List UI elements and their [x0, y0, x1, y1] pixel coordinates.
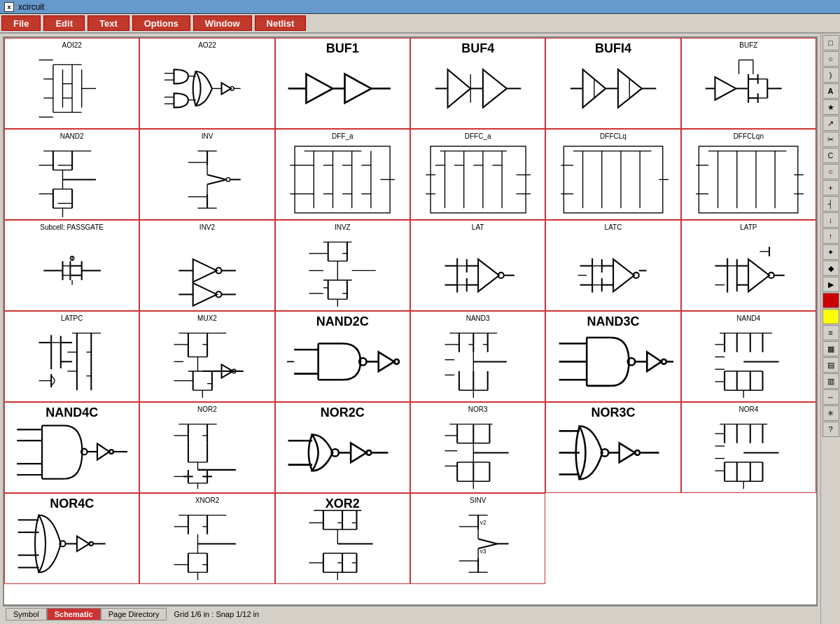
circuit-nor4c: [12, 506, 132, 582]
cell-nand3[interactable]: NAND3: [410, 311, 545, 402]
cell-nor3[interactable]: NOR3: [410, 402, 545, 493]
menu-options[interactable]: Options: [132, 15, 190, 31]
cell-lat[interactable]: LAT: [410, 220, 545, 311]
tab-schematic[interactable]: Schematic: [47, 608, 101, 620]
cell-label-nand2: NAND2: [60, 132, 84, 140]
circuit-lat: [418, 233, 538, 309]
menu-window[interactable]: Window: [193, 15, 252, 31]
cell-inv[interactable]: INV: [139, 129, 274, 220]
tb-play[interactable]: ▶: [822, 277, 839, 292]
tb-arc[interactable]: ): [822, 67, 839, 83]
cell-dffc-a[interactable]: DFFC_a: [410, 129, 545, 220]
circuit-nand2c: [282, 324, 402, 400]
cell-nand2[interactable]: NAND2: [4, 129, 139, 220]
tb-cross[interactable]: +: [822, 180, 839, 195]
menu-text[interactable]: Text: [88, 15, 130, 31]
cell-buf1[interactable]: BUF1: [275, 38, 410, 129]
cell-nor3c[interactable]: NOR3C: [545, 402, 680, 493]
cell-bufz[interactable]: BUFZ: [681, 38, 816, 129]
tb-oval[interactable]: ○: [822, 164, 839, 179]
tb-arrow[interactable]: ↗: [822, 116, 839, 131]
tb-copy-icon[interactable]: C: [822, 148, 839, 163]
tab-page-directory[interactable]: Page Directory: [101, 608, 167, 620]
circuit-nor2c: [282, 415, 402, 491]
menu-netlist[interactable]: Netlist: [255, 15, 307, 31]
cell-buf4[interactable]: BUF4: [410, 38, 545, 129]
tb-swap[interactable]: ↔: [822, 389, 839, 405]
cell-ao22[interactable]: AO22: [139, 38, 274, 129]
svg-line-424: [478, 539, 497, 543]
cell-nand3c[interactable]: NAND3C: [545, 311, 680, 402]
cell-sinv[interactable]: SINV v2 v3: [410, 493, 545, 584]
cell-latpc[interactable]: LATPC: [4, 311, 139, 402]
cell-nand4c[interactable]: NAND4C: [4, 402, 139, 493]
svg-point-81: [226, 177, 230, 181]
cell-dff-a[interactable]: DFF_a: [275, 129, 410, 220]
tb-yellow[interactable]: [822, 309, 839, 324]
cell-nor4[interactable]: NOR4: [681, 402, 816, 493]
tab-symbol[interactable]: Symbol: [6, 608, 47, 620]
cell-label-mux2: MUX2: [197, 314, 217, 322]
tb-wire-end[interactable]: ┤: [822, 196, 839, 212]
app-title: xcircuit: [18, 2, 44, 12]
cell-label-xor2: XOR2: [326, 497, 360, 511]
cell-nand4[interactable]: NAND4: [681, 311, 816, 402]
circuit-dffclqn: [688, 141, 808, 218]
cell-nor2[interactable]: NOR2: [139, 402, 274, 493]
tb-text[interactable]: A: [822, 83, 839, 99]
menu-bar: File Edit Text Options Window Netlist: [0, 14, 840, 34]
svg-line-80: [207, 179, 226, 184]
svg-rect-114: [564, 146, 662, 212]
circuit-nand4: [688, 324, 808, 400]
cell-label-nand3: NAND3: [466, 314, 490, 322]
circuit-nand3c: [553, 324, 673, 400]
cell-bufi4[interactable]: BUFI4: [545, 38, 680, 129]
circuit-dffc-a: [418, 141, 538, 218]
tb-red[interactable]: [822, 293, 839, 308]
cell-label-nor4c: NOR4C: [50, 497, 94, 511]
tb-cut[interactable]: ✂: [822, 132, 839, 147]
circuit-nand4c: [12, 415, 132, 491]
cell-label-lat: LAT: [472, 223, 484, 231]
tb-vhatch[interactable]: ▥: [822, 373, 839, 389]
svg-point-325: [367, 450, 372, 455]
tb-select[interactable]: □: [822, 35, 839, 50]
cell-dffclqn[interactable]: DFFCLqn: [681, 129, 816, 220]
cell-invz[interactable]: INVZ: [275, 220, 410, 311]
tb-asterisk[interactable]: ✳: [822, 405, 839, 421]
tb-help[interactable]: ?: [822, 422, 839, 437]
cell-nor4c[interactable]: NOR4C: [4, 493, 139, 584]
cell-xor2[interactable]: XOR2: [275, 493, 410, 584]
cell-aoi22[interactable]: AOI22: [4, 38, 139, 129]
circuit-buf1: [282, 50, 402, 127]
tb-down-arrow[interactable]: ↓: [822, 212, 839, 228]
cell-label-sinv: SINV: [470, 497, 486, 504]
tb-diamond[interactable]: ◆: [822, 261, 839, 276]
cell-inv2[interactable]: INV2: [139, 220, 274, 311]
tb-up-arrow[interactable]: ↑: [822, 228, 839, 244]
cell-nand2c[interactable]: NAND2C: [275, 311, 410, 402]
tb-hatch[interactable]: ▤: [822, 357, 839, 373]
cell-label-aoi22: AOI22: [62, 41, 81, 49]
menu-file[interactable]: File: [1, 15, 41, 31]
grid-info: Grid 1/6 in : Snap 1/12 in: [167, 609, 266, 619]
cell-dffclq[interactable]: DFFCLq: [545, 129, 680, 220]
circuit-inv: [147, 141, 267, 218]
tb-lines[interactable]: ≡: [822, 325, 839, 340]
cell-xnor2[interactable]: XNOR2: [139, 493, 274, 584]
circuit-passgate: [12, 233, 132, 309]
cell-label-inv: INV: [202, 132, 214, 140]
tb-star[interactable]: ★: [822, 99, 839, 115]
title-bar: x xcircuit: [0, 0, 840, 14]
cell-mux2[interactable]: MUX2: [139, 311, 274, 402]
menu-edit[interactable]: Edit: [43, 15, 85, 31]
svg-point-373: [89, 541, 92, 545]
tb-grid-icon[interactable]: ▦: [822, 341, 839, 356]
tb-special[interactable]: ✦: [822, 244, 839, 260]
cell-nor2c[interactable]: NOR2C: [275, 402, 410, 493]
canvas-area: AOI22: [0, 34, 820, 624]
cell-latc[interactable]: LATC: [545, 220, 680, 311]
tb-circle[interactable]: ○: [822, 51, 839, 67]
cell-latp[interactable]: LATP: [681, 220, 816, 311]
cell-passgate[interactable]: Subcell: PASSGATE: [4, 220, 139, 311]
